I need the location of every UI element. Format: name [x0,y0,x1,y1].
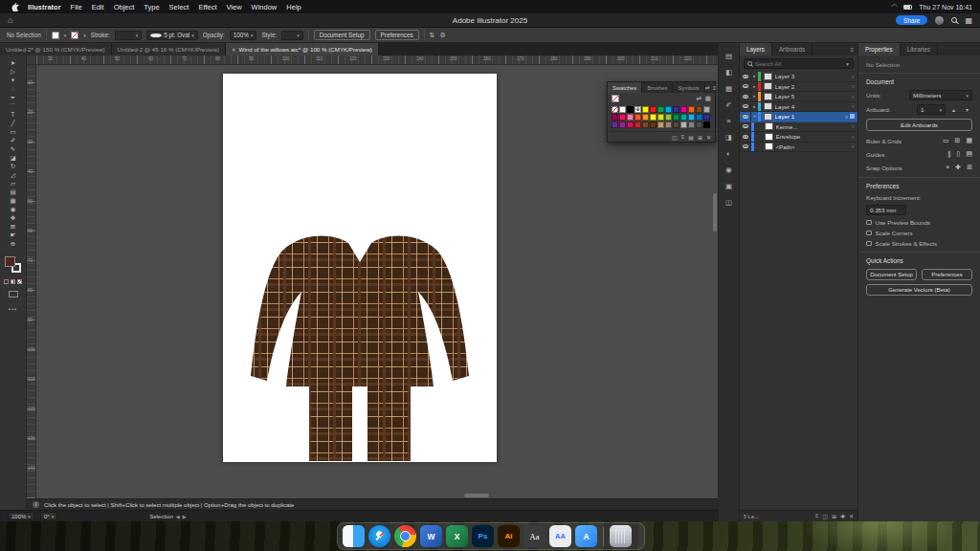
qa-preferences-button[interactable]: Preferences [922,269,972,280]
layers-footer-icon[interactable]: ✚ [840,513,845,519]
panel-expand-icon[interactable]: ⇄ [705,84,713,91]
color-swatch[interactable] [612,121,618,128]
layers-search-input[interactable] [755,61,828,67]
layers-footer-icon[interactable]: ◫ [822,513,828,519]
color-swatch[interactable] [665,114,672,121]
dock-trash-icon[interactable] [610,525,632,547]
direct-selection-tool[interactable]: ▷ [4,67,23,76]
selection-tool[interactable]: ➤ [4,58,23,67]
gradient-tool[interactable]: ▤ [4,187,23,196]
tab-swatches[interactable]: Swatches [608,82,642,93]
color-swatch[interactable] [665,121,672,128]
target-circle-icon[interactable]: ○ [852,83,855,89]
appearance-panel-icon[interactable]: ◉ [725,166,732,174]
snap-to-pixel-icon[interactable]: ⊞ [967,164,972,171]
previous-artboard-icon[interactable]: ▴ [948,106,959,113]
transparency-grid-icon[interactable]: ▦ [966,137,972,144]
panel-menu-icon[interactable]: ≡ [850,47,858,53]
layer-row[interactable]: ▸Layer 3○ [740,72,858,82]
none-swatch-proxy[interactable] [612,95,619,102]
generate-vectors-button[interactable]: Generate Vectors (Beta) [866,284,972,296]
snap-to-point-icon[interactable]: ⌖ [946,164,949,171]
color-swatch[interactable] [680,114,687,121]
layer-row[interactable]: ▸Layer 5○ [740,92,858,102]
curvature-tool[interactable]: ⌒ [4,101,23,110]
target-circle-icon[interactable]: ○ [852,143,855,149]
color-swatch[interactable] [665,106,672,113]
share-button[interactable]: Share [896,15,927,25]
show-guides-icon[interactable]: ∥ [947,150,951,158]
canvas[interactable]: 3040506070809010011012013014015016017018… [27,55,718,498]
zoom-tool[interactable]: ⊕ [4,239,23,248]
use-preview-bounds-checkbox[interactable] [866,220,872,226]
swatches-footer-icon[interactable]: ✕ [706,134,711,141]
color-swatch[interactable] [650,114,657,121]
dock-type-viewer-icon[interactable]: AA [549,525,571,547]
settings-gear-icon[interactable]: ⚙ [439,32,445,39]
menu-effect[interactable]: Effect [193,3,221,11]
smart-guides-icon[interactable]: ▤ [966,150,972,158]
panel-menu-icon[interactable]: ≡ [713,85,718,91]
layer-row[interactable]: <Path>○ [740,143,858,153]
battery-icon[interactable] [903,5,912,10]
home-icon[interactable]: ⌂ [8,15,12,25]
scale-strokes-effects-checkbox[interactable] [866,241,872,247]
tab-artboards[interactable]: Artboards [772,43,813,55]
preferences-button[interactable]: Preferences [375,30,419,40]
comments-panel-icon[interactable]: ◫ [725,199,732,207]
brush-definition-dropdown[interactable]: 5 pt. Oval ▾ [146,31,197,40]
color-swatch[interactable] [673,106,679,113]
rotate-tool[interactable]: ↻ [4,162,23,170]
color-button[interactable] [4,279,9,284]
dock-font-book-icon[interactable]: Aa [523,525,546,547]
expand-chevron-icon[interactable]: ▾ [751,114,758,119]
scale-corners-checkbox[interactable] [866,231,872,236]
horizontal-ruler[interactable]: 3040506070809010011012013014015016017018… [36,55,718,65]
artboard-tool[interactable]: ⊞ [4,222,23,231]
menu-type[interactable]: Type [139,3,164,11]
free-transform-tool[interactable]: ▱ [4,179,23,187]
target-circle-icon[interactable]: ○ [852,74,855,79]
dock-safari-icon[interactable] [368,525,390,547]
opacity-dropdown[interactable]: 100%▾ [230,31,257,40]
visibility-toggle[interactable] [740,143,751,152]
rectangle-tool[interactable]: ▭ [4,127,23,136]
color-panel-icon[interactable]: ▤ [725,53,732,60]
color-swatch[interactable]: ⊕ [635,106,641,113]
menu-file[interactable]: File [66,3,87,11]
color-swatch[interactable] [635,114,641,121]
visibility-toggle[interactable] [740,92,751,101]
stroke-color-swatch[interactable] [71,32,78,39]
artboard-dropdown[interactable]: 1 ▾ [917,104,946,115]
eyedropper-tool[interactable]: ◉ [4,205,23,213]
draw-mode-button[interactable] [9,291,18,298]
style-dropdown[interactable]: ▾ [281,31,303,40]
menu-select[interactable]: Select [165,3,194,11]
lock-guides-icon[interactable]: ▯ [957,150,961,158]
dock-photoshop-icon[interactable]: Ps [472,525,494,547]
gradient-button[interactable] [11,279,15,284]
target-circle-icon[interactable]: ○ [852,103,855,109]
color-swatch[interactable] [703,106,710,113]
dock-illustrator-icon[interactable]: Ai [498,525,520,547]
color-swatch[interactable] [619,121,626,128]
dock-chrome-icon[interactable] [394,525,416,547]
transparency-panel-icon[interactable]: ◐ [726,150,731,158]
menu-view[interactable]: View [221,3,246,11]
layers-footer-icon[interactable]: ≡ [815,513,819,519]
account-avatar[interactable] [935,16,944,25]
color-swatch[interactable] [680,106,687,113]
dock-finder-icon[interactable] [343,525,365,547]
visibility-toggle[interactable] [740,72,751,81]
swatches-footer-icon[interactable]: ⊞ [698,134,702,141]
visibility-toggle[interactable] [740,122,751,132]
tab-layers[interactable]: Layers [740,43,772,55]
vertical-ruler[interactable]: 102030405060708090100110120130140 [27,65,36,498]
swatches-panel-icon[interactable]: ▦ [725,85,732,93]
layer-row[interactable]: ▸Layer 2○ [740,82,858,93]
tab-symbols[interactable]: Symbols [673,82,704,93]
visibility-toggle[interactable] [740,102,751,112]
document-tab[interactable]: Untitled-2 @ 45.16 % (CMYK/Preview) [112,43,226,55]
lasso-tool[interactable]: ◌ [4,84,23,93]
eraser-tool[interactable]: ◪ [4,153,23,162]
